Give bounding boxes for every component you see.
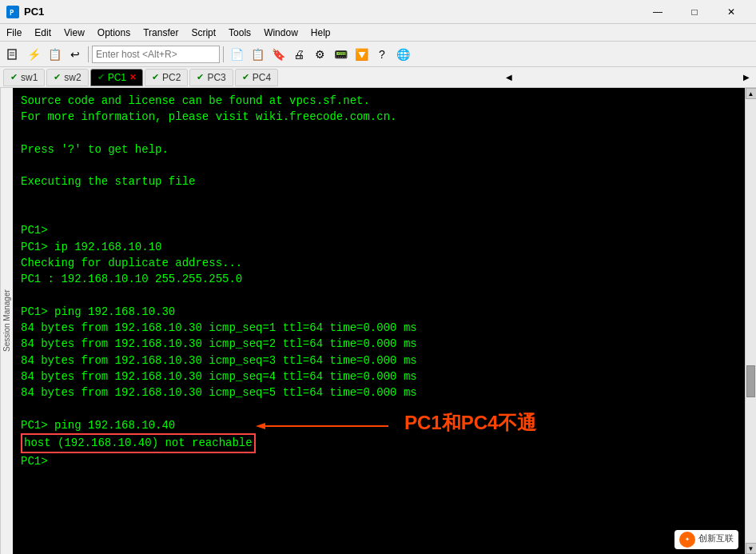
menu-script[interactable]: Script [185, 24, 222, 41]
maximize-button[interactable]: □ [676, 0, 713, 24]
terminal-line-15: 84 bytes from 192.168.10.30 icmp_seq=1 t… [21, 320, 737, 336]
tab-pc1-check: ✔ [97, 72, 105, 82]
menu-view[interactable]: View [58, 24, 91, 41]
terminal-line-2: For more information, please visit wiki.… [21, 109, 737, 125]
toolbar-cmd-btn[interactable]: 📟 [331, 45, 350, 64]
terminal-line-9: PC1> [21, 222, 737, 238]
terminal-line-10: PC1> ip 192.168.10.10 [21, 239, 737, 255]
highlight-box: host (192.168.10.40) not reachable [21, 433, 256, 452]
minimize-button[interactable]: — [639, 0, 676, 24]
tab-sw2-check: ✔ [54, 72, 61, 82]
ping-pc4-row: PC1> ping 192.168.10.40 PC1和PC4不通 [21, 417, 737, 433]
app-icon: P [6, 6, 19, 18]
watermark: ✦ 创新互联 [674, 530, 738, 549]
title-bar-left: P PC1 [6, 6, 44, 18]
tab-nav-right[interactable]: ▶ [740, 70, 753, 86]
terminal-line-1: Source code and license can be found at … [21, 93, 737, 109]
menu-window[interactable]: Window [257, 24, 304, 41]
toolbar-new-btn[interactable] [3, 45, 22, 64]
terminal-line-11: Checking for duplicate address... [21, 255, 737, 271]
terminal-line-23: PC1> [21, 453, 737, 469]
toolbar-print-btn[interactable]: 🖨 [289, 45, 308, 64]
title-bar: P PC1 — □ ✕ [0, 0, 756, 24]
tab-pc1-label: PC1 [108, 72, 126, 83]
arrow-icon [253, 414, 396, 438]
tab-pc1[interactable]: ✔ PC1 ✕ [90, 69, 143, 86]
scroll-up-btn[interactable]: ▲ [746, 88, 757, 99]
terminal-line-13 [21, 288, 737, 304]
toolbar-down-btn[interactable]: 🔽 [352, 45, 371, 64]
toolbar-bookmark-btn[interactable]: 🔖 [269, 45, 288, 64]
tab-pc1-close[interactable]: ✕ [129, 73, 136, 82]
menu-bar: File Edit View Options Transfer Script T… [0, 24, 756, 42]
scroll-down-btn[interactable]: ▼ [746, 543, 757, 554]
menu-file[interactable]: File [0, 24, 28, 41]
menu-help[interactable]: Help [304, 24, 337, 41]
terminal-line-12: PC1 : 192.168.10.10 255.255.255.0 [21, 271, 737, 287]
toolbar-refresh-btn[interactable]: ↩ [66, 45, 85, 64]
tab-pc3-check: ✔ [197, 72, 204, 82]
terminal[interactable]: Source code and license can be found at … [13, 88, 745, 554]
tab-pc4-check: ✔ [242, 72, 249, 82]
tab-pc2-check: ✔ [152, 72, 159, 82]
menu-options[interactable]: Options [91, 24, 137, 41]
terminal-line-4: Press '?' to get help. [21, 141, 737, 157]
toolbar-lightning-btn[interactable]: ⚡ [24, 45, 43, 64]
session-manager-sidebar[interactable]: Session Manager [0, 88, 13, 554]
scroll-thumb[interactable] [746, 365, 755, 397]
svg-text:P: P [10, 9, 14, 17]
toolbar-sep-2 [223, 46, 224, 62]
main-area: Session Manager Source code and license … [0, 88, 756, 554]
menu-tools[interactable]: Tools [222, 24, 257, 41]
toolbar-copy-btn[interactable]: 📄 [227, 45, 246, 64]
menu-transfer[interactable]: Transfer [137, 24, 185, 41]
toolbar-web-btn[interactable]: 🌐 [393, 45, 412, 64]
watermark-icon: ✦ [679, 532, 695, 548]
terminal-line-14: PC1> ping 192.168.10.30 [21, 304, 737, 320]
tab-nav-left[interactable]: ◀ [503, 70, 515, 86]
terminal-line-17: 84 bytes from 192.168.10.30 icmp_seq=3 t… [21, 353, 737, 369]
tab-pc4-label: PC4 [253, 72, 271, 83]
toolbar-doc-btn[interactable]: 📋 [45, 45, 64, 64]
host-input[interactable] [92, 46, 220, 63]
terminal-line-8 [21, 206, 737, 222]
toolbar-settings-btn[interactable]: ⚙ [310, 45, 329, 64]
toolbar-help-btn[interactable]: ? [372, 45, 392, 64]
tab-bar: ✔ sw1 ✔ sw2 ✔ PC1 ✕ ✔ PC2 ✔ PC3 ✔ PC4 ◀ … [0, 67, 756, 88]
tab-sw1-label: sw1 [21, 72, 38, 83]
tab-sw2-label: sw2 [64, 72, 81, 83]
scrollbar[interactable]: ▲ ▼ [745, 88, 756, 554]
terminal-line-6: Executing the startup file [21, 173, 737, 189]
toolbar-paste-btn[interactable]: 📋 [248, 45, 267, 64]
annotation-text: PC1和PC4不通 [404, 409, 536, 437]
terminal-line-21: PC1> ping 192.168.10.40 [21, 417, 175, 433]
tab-sw2[interactable]: ✔ sw2 [46, 69, 88, 86]
terminal-line-18: 84 bytes from 192.168.10.30 icmp_seq=4 t… [21, 369, 737, 385]
svg-rect-2 [8, 50, 16, 59]
tab-sw1[interactable]: ✔ sw1 [3, 69, 45, 86]
toolbar-sep-1 [88, 46, 89, 62]
tab-pc3-label: PC3 [207, 72, 225, 83]
terminal-line-7 [21, 190, 737, 206]
toolbar: ⚡ 📋 ↩ 📄 📋 🔖 🖨 ⚙ 📟 🔽 ? 🌐 [0, 42, 756, 67]
close-button[interactable]: ✕ [713, 0, 750, 24]
tab-pc2[interactable]: ✔ PC2 [145, 69, 188, 86]
window-title: PC1 [24, 6, 44, 18]
terminal-line-19: 84 bytes from 192.168.10.30 icmp_seq=5 t… [21, 385, 737, 401]
tab-sw1-check: ✔ [10, 72, 18, 82]
window-controls: — □ ✕ [639, 0, 750, 24]
tab-pc4[interactable]: ✔ PC4 [235, 69, 278, 86]
tab-pc3[interactable]: ✔ PC3 [189, 69, 233, 86]
tab-pc2-label: PC2 [162, 72, 181, 83]
watermark-brand: 创新互联 [698, 533, 734, 546]
terminal-line-3 [21, 126, 737, 141]
terminal-line-5 [21, 157, 737, 173]
terminal-line-16: 84 bytes from 192.168.10.30 icmp_seq=2 t… [21, 336, 737, 352]
menu-edit[interactable]: Edit [28, 24, 58, 41]
scroll-track[interactable] [746, 99, 756, 543]
